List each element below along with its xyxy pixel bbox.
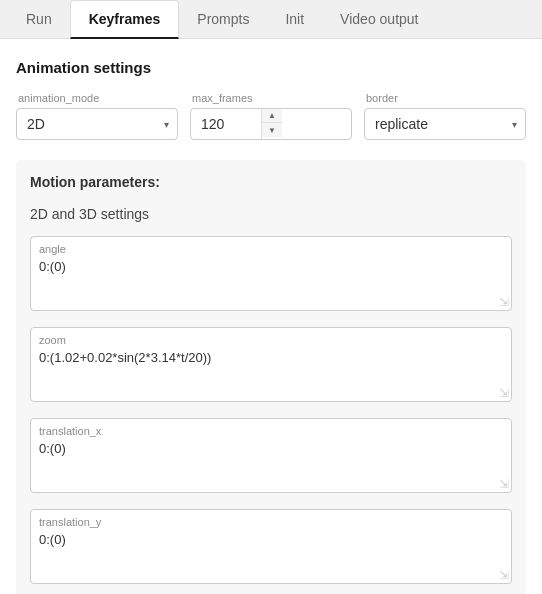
angle-field-container: angle 0:(0) ⇲ bbox=[30, 236, 512, 311]
border-label: border bbox=[364, 92, 526, 104]
border-select-wrapper: replicate wrap reflect zeros ▾ bbox=[365, 109, 525, 139]
animation-mode-wrapper: 2D 3D Video Input Interpolation ▾ bbox=[16, 108, 178, 140]
zoom-label: zoom bbox=[31, 328, 511, 348]
2d-3d-settings-title: 2D and 3D settings bbox=[30, 206, 512, 222]
max-frames-group: max_frames ▲ ▼ bbox=[190, 92, 352, 140]
motion-section: Motion parameters: 2D and 3D settings an… bbox=[16, 160, 526, 594]
border-group: border replicate wrap reflect zeros ▾ bbox=[364, 92, 526, 140]
animation-mode-group: animation_mode 2D 3D Video Input Interpo… bbox=[16, 92, 178, 140]
tab-bar: RunKeyframesPromptsInitVideo output bbox=[0, 0, 542, 39]
app-container: RunKeyframesPromptsInitVideo output Anim… bbox=[0, 0, 542, 594]
tab-init[interactable]: Init bbox=[267, 0, 322, 39]
animation-mode-select-wrapper: 2D 3D Video Input Interpolation ▾ bbox=[17, 109, 177, 139]
max-frames-label: max_frames bbox=[190, 92, 352, 104]
animation-mode-select[interactable]: 2D 3D Video Input Interpolation bbox=[17, 109, 177, 139]
tab-keyframes[interactable]: Keyframes bbox=[70, 0, 180, 39]
zoom-field-container: zoom 0:(1.02+0.02*sin(2*3.14*t/20)) ⇲ bbox=[30, 327, 512, 402]
max-frames-spinner: ▲ ▼ bbox=[261, 109, 282, 139]
zoom-input[interactable]: 0:(1.02+0.02*sin(2*3.14*t/20)) bbox=[31, 348, 511, 398]
settings-row: animation_mode 2D 3D Video Input Interpo… bbox=[16, 92, 526, 140]
angle-label: angle bbox=[31, 237, 511, 257]
max-frames-increment-button[interactable]: ▲ bbox=[262, 109, 282, 123]
max-frames-decrement-button[interactable]: ▼ bbox=[262, 123, 282, 137]
translation-y-label: translation_y bbox=[31, 510, 511, 530]
max-frames-input[interactable] bbox=[191, 109, 261, 139]
tab-run[interactable]: Run bbox=[8, 0, 70, 39]
border-select[interactable]: replicate wrap reflect zeros bbox=[365, 109, 525, 139]
angle-input[interactable]: 0:(0) bbox=[31, 257, 511, 307]
animation-mode-label: animation_mode bbox=[16, 92, 178, 104]
motion-parameters-title: Motion parameters: bbox=[30, 174, 512, 190]
max-frames-wrapper: ▲ ▼ bbox=[190, 108, 352, 140]
translation-x-input[interactable]: 0:(0) bbox=[31, 439, 511, 489]
translation-y-input[interactable]: 0:(0) bbox=[31, 530, 511, 580]
main-content: Animation settings animation_mode 2D 3D … bbox=[0, 39, 542, 594]
translation-y-field-container: translation_y 0:(0) ⇲ bbox=[30, 509, 512, 584]
translation-x-field-container: translation_x 0:(0) ⇲ bbox=[30, 418, 512, 493]
translation-x-label: translation_x bbox=[31, 419, 511, 439]
tab-video_output[interactable]: Video output bbox=[322, 0, 436, 39]
tab-prompts[interactable]: Prompts bbox=[179, 0, 267, 39]
animation-settings-title: Animation settings bbox=[16, 59, 526, 76]
border-wrapper: replicate wrap reflect zeros ▾ bbox=[364, 108, 526, 140]
